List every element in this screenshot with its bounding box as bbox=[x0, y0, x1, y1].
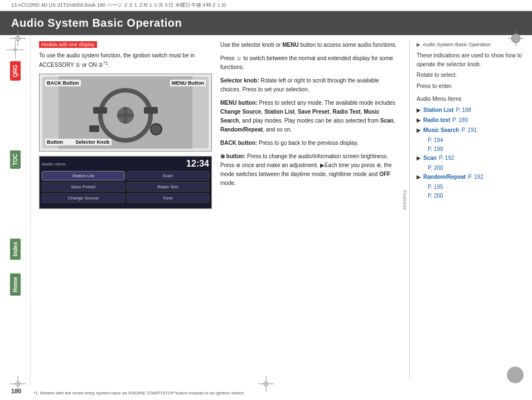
content-area: Models with one display To use the audio… bbox=[31, 35, 532, 385]
menu-item-save-preset[interactable]: Save Preset bbox=[42, 182, 125, 192]
svg-point-14 bbox=[511, 34, 520, 43]
menu-button-detail: MENU button: Press to select any mode. T… bbox=[220, 99, 401, 134]
car-diagram-box: BACK Button MENU Button Button Selector … bbox=[39, 74, 212, 152]
panel-intro-section: These indications are used to show how t… bbox=[417, 51, 524, 90]
right-desc: Use the selector knob or MENU button to … bbox=[220, 41, 401, 379]
menu-link-radio-text: ▶ Radio text P. 189 bbox=[417, 116, 524, 125]
scan-subpage-1[interactable]: P. 200 bbox=[428, 164, 524, 173]
button-selector-label: Button Selector Knob bbox=[45, 139, 112, 145]
arrow-icon-radio: ▶ bbox=[417, 116, 421, 125]
menu-link-scan: ▶ Scan P. 192 bbox=[417, 154, 524, 163]
qrg-badge[interactable]: QRG bbox=[10, 61, 21, 81]
audio-menu-time: 12:34 bbox=[186, 159, 209, 169]
models-highlight: Models with one display bbox=[39, 41, 97, 48]
bottom-center-decoration bbox=[258, 376, 274, 392]
random-subpage-1[interactable]: P. 195 bbox=[428, 183, 524, 192]
far-right-panel: ▶ Audio System Basic Operation These ind… bbox=[409, 41, 524, 379]
features-sidebar-label: Features bbox=[402, 190, 408, 210]
svg-point-7 bbox=[151, 124, 162, 135]
file-info-bar: 13 ACCORD 4D US-31T2A6000.book 180 ページ ２… bbox=[0, 0, 532, 11]
main-layout: QRG TOC Index Home Models with one displ… bbox=[0, 35, 532, 385]
file-info-text: 13 ACCORD 4D US-31T2A6000.book 180 ページ ２… bbox=[11, 2, 226, 9]
svg-rect-5 bbox=[93, 107, 107, 114]
car-image: BACK Button MENU Button Button Selector … bbox=[42, 77, 209, 148]
arrow-icon-music: ▶ bbox=[417, 126, 421, 135]
audio-menu-grid: Station List Scan Save Preset Radio Text… bbox=[42, 171, 209, 203]
menu-item-station-list[interactable]: Station List bbox=[42, 171, 125, 181]
menu-button-label: MENU Button bbox=[170, 80, 206, 86]
arrow-icon-station: ▶ bbox=[417, 106, 421, 115]
selector-knob-intro: Use the selector knob or MENU button to … bbox=[220, 41, 401, 50]
arrow-icon-scan: ▶ bbox=[417, 154, 421, 163]
audio-menu-header: Audio menu 12:34 bbox=[42, 159, 209, 169]
audio-menu-title: Audio menu bbox=[42, 162, 66, 167]
svg-rect-6 bbox=[144, 107, 158, 114]
star-button-detail: ⊛ button: Press to change the audio/info… bbox=[220, 152, 401, 188]
home-badge[interactable]: Home bbox=[10, 274, 21, 296]
page-header: Audio System Basic Operation bbox=[0, 11, 532, 35]
crosshair-tr-icon bbox=[508, 31, 524, 46]
intro-paragraph: To use the audio system function, the ig… bbox=[39, 51, 212, 69]
car-diagram-svg bbox=[59, 76, 192, 149]
page-title: Audio System Basic Operation bbox=[11, 17, 182, 29]
bottom-left-corner-decoration bbox=[10, 376, 26, 392]
svg-rect-8 bbox=[89, 125, 99, 132]
menu-item-tune[interactable]: Tune bbox=[127, 193, 210, 203]
left-content: Models with one display To use the audio… bbox=[39, 41, 212, 379]
footnote: *1: Models with the smart entry system h… bbox=[33, 391, 409, 396]
menu-link-music-search: ▶ Music Search P. 191 bbox=[417, 126, 524, 135]
menu-link-station-list: ▶ Station List P. 188 bbox=[417, 106, 524, 115]
music-search-subpage-1[interactable]: P. 194 bbox=[428, 136, 524, 145]
menu-item-change-source[interactable]: Change Source bbox=[42, 193, 125, 203]
crosshair-bc-icon bbox=[258, 376, 274, 392]
menu-items-title: Audio Menu Items bbox=[417, 95, 524, 104]
index-badge[interactable]: Index bbox=[10, 238, 21, 260]
audio-menu-box: Audio menu 12:34 Station List Scan Save … bbox=[39, 156, 212, 209]
selector-knob-detail: Selector knob: Rotate left or right to s… bbox=[220, 76, 401, 94]
menu-item-scan[interactable]: Scan bbox=[127, 171, 210, 181]
arrow-icon-random: ▶ bbox=[417, 173, 421, 182]
music-search-subpage-2[interactable]: P. 199 bbox=[428, 145, 524, 154]
top-right-corner-decoration bbox=[508, 31, 524, 46]
top-left-corner-decoration bbox=[10, 31, 26, 46]
panel-menu-items-section: Audio Menu Items ▶ Station List P. 188 ▶… bbox=[417, 95, 524, 201]
left-sidebar: QRG TOC Index Home bbox=[0, 35, 31, 385]
menu-link-random-repeat: ▶ Random/Repeat P. 192 bbox=[417, 173, 524, 182]
back-button-label: BACK Button bbox=[45, 80, 81, 86]
random-subpage-2[interactable]: P. 200 bbox=[428, 192, 524, 201]
toc-badge[interactable]: TOC bbox=[10, 150, 21, 169]
crosshair-bl-icon bbox=[10, 376, 26, 392]
back-button-detail: BACK button: Press to go back to the pre… bbox=[220, 139, 401, 148]
crosshair-tl-icon bbox=[10, 31, 26, 46]
press-desc: Press ☺ to switch between the normal and… bbox=[220, 54, 401, 72]
bottom-right-circle bbox=[507, 367, 524, 383]
menu-item-radio-text[interactable]: Radio Text bbox=[127, 182, 210, 192]
